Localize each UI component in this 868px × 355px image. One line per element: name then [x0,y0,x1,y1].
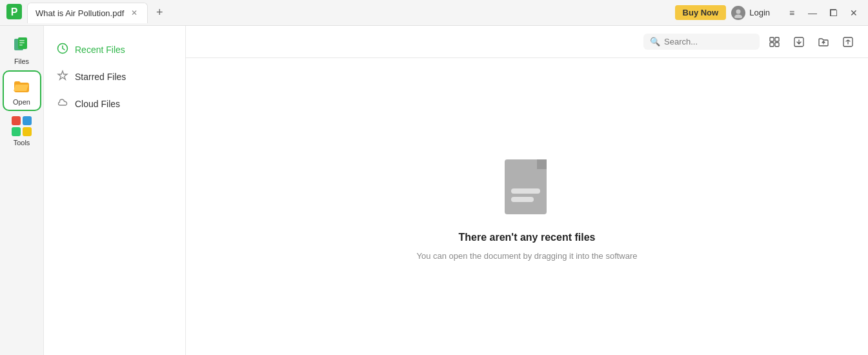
app-logo: P [5,3,23,23]
login-label: Login [749,8,770,17]
svg-text:P: P [11,6,18,17]
window-controls: ≡ — ⧠ ✕ [783,4,863,22]
nav-item-recent-label: Recent Files [75,45,125,55]
nav-item-starred[interactable]: Starred Files [44,63,185,90]
svg-rect-9 [19,45,23,46]
svg-rect-19 [511,188,540,194]
svg-rect-8 [19,43,25,44]
svg-point-4 [734,14,742,18]
search-box[interactable]: 🔍 [643,34,760,50]
main-container: Files Open Tools [0,26,868,355]
recent-files-icon [57,43,68,57]
svg-rect-18 [537,159,547,169]
tab-air-pollution[interactable]: What is Air Pollution.pdf ✕ [27,3,148,23]
svg-rect-12 [775,37,779,41]
nav-sidebar: Recent Files Starred Files Cloud Files [44,26,186,355]
sidebar-item-open[interactable]: Open [4,72,40,110]
share-button[interactable] [838,32,858,52]
tools-icon [12,116,32,137]
folder-button[interactable] [814,32,833,52]
svg-rect-7 [19,40,25,41]
login-area[interactable]: Login [731,6,770,20]
svg-rect-20 [511,197,534,202]
tab-area: What is Air Pollution.pdf ✕ + [27,0,675,25]
empty-state: There aren't any recent files You can op… [186,58,868,355]
sidebar-item-tools-label: Tools [14,139,30,147]
nav-item-cloud[interactable]: Cloud Files [44,90,185,117]
sidebar-item-open-label: Open [13,98,30,106]
import-button[interactable] [789,32,809,52]
buy-now-button[interactable]: Buy Now [675,5,727,20]
nav-item-cloud-label: Cloud Files [75,99,120,109]
svg-rect-11 [770,37,774,41]
search-input[interactable] [664,37,753,46]
svg-point-3 [736,9,741,14]
maximize-button[interactable]: ⧠ [824,4,842,22]
nav-item-starred-label: Starred Files [75,72,126,82]
grid-view-button[interactable] [765,32,784,52]
tab-title: What is Air Pollution.pdf [35,8,124,18]
nav-item-recent[interactable]: Recent Files [44,36,185,63]
files-icon [12,35,32,56]
avatar [731,6,745,20]
sidebar-item-files[interactable]: Files [4,31,40,69]
search-icon: 🔍 [650,37,660,46]
add-tab-button[interactable]: + [150,4,168,22]
empty-state-title: There aren't any recent files [459,232,596,243]
tab-close-button[interactable]: ✕ [129,8,139,18]
svg-rect-14 [775,43,779,46]
empty-state-subtitle: You can open the document by dragging it… [416,251,637,261]
minimize-button[interactable]: — [803,4,822,22]
sidebar-item-files-label: Files [14,57,29,65]
cloud-icon [57,97,68,111]
svg-rect-13 [770,43,774,46]
star-icon [57,70,68,84]
menu-button[interactable]: ≡ [783,4,801,22]
open-icon [12,76,32,96]
title-bar-controls: Buy Now Login ≡ — ⧠ ✕ [675,4,863,22]
icon-sidebar: Files Open Tools [0,26,44,355]
content-toolbar: 🔍 [186,26,868,58]
empty-state-icon [495,153,560,224]
content-area: 🔍 [186,26,868,355]
sidebar-item-tools[interactable]: Tools [4,112,40,150]
close-button[interactable]: ✕ [845,4,863,22]
title-bar: P What is Air Pollution.pdf ✕ + Buy Now … [0,0,868,26]
